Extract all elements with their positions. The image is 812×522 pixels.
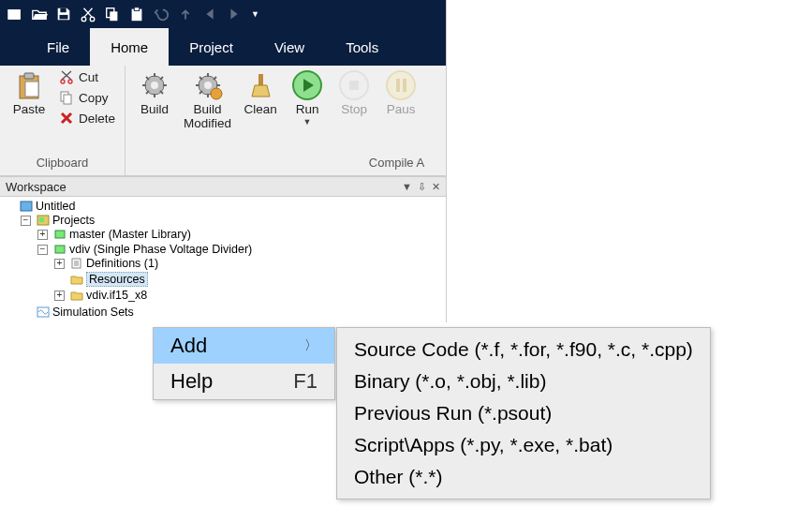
context-submenu-add: Source Code (*.f, *.for, *.f90, *.c, *.c… xyxy=(336,327,711,500)
run-dropdown-icon[interactable]: ▼ xyxy=(303,117,312,127)
paste-button[interactable]: Paste xyxy=(6,67,52,119)
menu-shortcut-help: F1 xyxy=(293,369,317,394)
svg-rect-33 xyxy=(55,246,65,253)
svg-rect-32 xyxy=(55,231,65,238)
qat-dropdown-icon[interactable]: ▼ xyxy=(251,9,259,19)
clean-button[interactable]: Clean xyxy=(237,67,284,119)
tree-node-vdiv[interactable]: − vdiv (Single Phase Voltage Divider) xyxy=(37,243,446,256)
redo-up-icon[interactable] xyxy=(176,5,195,23)
svg-rect-22 xyxy=(258,74,263,85)
panel-pin-icon[interactable]: ⇩ xyxy=(418,181,426,193)
menu-item-add[interactable]: Add 〉 xyxy=(154,328,334,364)
svg-rect-3 xyxy=(60,15,68,20)
svg-point-26 xyxy=(387,71,415,99)
expand-icon[interactable]: + xyxy=(54,291,65,301)
svg-rect-31 xyxy=(39,217,44,222)
delete-label: Delete xyxy=(79,112,115,126)
project-icon xyxy=(52,244,66,256)
svg-rect-29 xyxy=(21,201,32,211)
build-label: Build xyxy=(140,103,169,117)
run-label: Run xyxy=(296,103,319,117)
submenu-item-other[interactable]: Other (*.*) xyxy=(337,461,710,493)
submenu-arrow-icon: 〉 xyxy=(304,337,317,354)
panel-menu-icon[interactable]: ▼ xyxy=(402,181,412,193)
svg-rect-1 xyxy=(8,10,15,13)
copy-label: Copy xyxy=(79,91,109,105)
stop-label: Stop xyxy=(341,103,367,117)
tab-tools[interactable]: Tools xyxy=(325,28,399,66)
undo-icon[interactable] xyxy=(152,5,170,23)
tree-node-master[interactable]: + master (Master Library) xyxy=(37,228,446,241)
svg-rect-9 xyxy=(134,7,139,11)
forward-icon[interactable] xyxy=(225,5,244,23)
svg-point-21 xyxy=(211,88,222,99)
open-icon[interactable] xyxy=(6,5,24,23)
submenu-item-prev[interactable]: Previous Run (*.psout) xyxy=(337,397,710,429)
delete-button[interactable]: Delete xyxy=(54,109,119,127)
svg-rect-28 xyxy=(403,79,406,92)
clean-label: Clean xyxy=(244,103,276,117)
definitions-icon xyxy=(69,258,83,270)
cut-label: Cut xyxy=(79,70,98,84)
svg-point-5 xyxy=(90,17,95,22)
folder-icon xyxy=(69,274,83,286)
paste-icon[interactable] xyxy=(127,5,146,23)
context-menu: Add 〉 Help F1 xyxy=(153,327,335,400)
tree-label-master: master (Master Library) xyxy=(69,228,191,241)
panel-close-icon[interactable]: ✕ xyxy=(432,181,440,193)
run-button[interactable]: Run ▼ xyxy=(284,67,331,128)
folder-open-icon[interactable] xyxy=(30,5,49,23)
submenu-item-binary[interactable]: Binary (*.o, *.obj, *.lib) xyxy=(337,365,710,397)
group-clipboard-label: Clipboard xyxy=(6,154,119,173)
library-icon xyxy=(52,229,66,241)
pause-button[interactable]: Paus xyxy=(377,67,424,119)
expand-icon[interactable]: + xyxy=(37,230,48,240)
tree-node-vdivif[interactable]: + vdiv.if15_x8 xyxy=(54,289,446,302)
build-icon xyxy=(139,69,170,101)
build-button[interactable]: Build xyxy=(131,67,178,119)
svg-rect-7 xyxy=(110,11,117,21)
submenu-item-source[interactable]: Source Code (*.f, *.for, *.f90, *.c, *.c… xyxy=(337,334,710,365)
tab-view[interactable]: View xyxy=(254,28,325,66)
svg-rect-11 xyxy=(24,73,34,79)
tree-node-definitions[interactable]: + Definitions (1) xyxy=(54,257,446,270)
menu-item-help[interactable]: Help F1 xyxy=(154,364,334,399)
tree-label-simsets: Simulation Sets xyxy=(52,306,134,319)
save-icon[interactable] xyxy=(54,5,73,23)
copy-button[interactable]: Copy xyxy=(54,88,119,107)
tree-node-simsets[interactable]: Simulation Sets xyxy=(21,306,446,319)
build-modified-button[interactable]: Build Modified xyxy=(178,67,237,133)
cut-icon[interactable] xyxy=(79,5,97,23)
build-modified-label: Build Modified xyxy=(184,103,231,131)
svg-point-13 xyxy=(61,80,65,83)
collapse-icon[interactable]: − xyxy=(21,216,31,226)
projects-icon xyxy=(36,215,50,227)
folder-icon xyxy=(69,290,83,302)
submenu-item-script[interactable]: Script\Apps (*.py, *.exe, *.bat) xyxy=(337,429,710,461)
stop-icon xyxy=(338,69,370,101)
tree-node-untitled[interactable]: Untitled xyxy=(4,200,446,213)
stop-button[interactable]: Stop xyxy=(331,67,377,119)
copy-icon[interactable] xyxy=(103,5,122,23)
svg-rect-16 xyxy=(64,95,71,104)
menu-label-add: Add xyxy=(170,334,207,358)
group-compile-label: Compile A xyxy=(131,154,424,173)
back-icon[interactable] xyxy=(200,5,219,23)
tree-label-definitions: Definitions (1) xyxy=(86,257,158,270)
tab-home[interactable]: Home xyxy=(90,28,169,66)
collapse-icon[interactable]: − xyxy=(37,245,48,255)
tree-node-resources[interactable]: Resources xyxy=(54,272,446,287)
tree-label-projects: Projects xyxy=(52,214,95,227)
tab-project[interactable]: Project xyxy=(169,28,254,66)
expand-icon[interactable]: + xyxy=(54,259,65,269)
svg-rect-2 xyxy=(60,8,66,13)
cut-button[interactable]: Cut xyxy=(54,67,119,86)
tree-node-projects[interactable]: − Projects xyxy=(21,214,446,227)
svg-point-18 xyxy=(151,82,158,89)
build-modified-icon xyxy=(192,69,224,101)
tree-label-vdiv: vdiv (Single Phase Voltage Divider) xyxy=(69,243,252,256)
clean-icon xyxy=(244,69,276,101)
svg-point-14 xyxy=(68,80,72,83)
tab-file[interactable]: File xyxy=(26,28,90,66)
pause-icon xyxy=(385,69,417,101)
